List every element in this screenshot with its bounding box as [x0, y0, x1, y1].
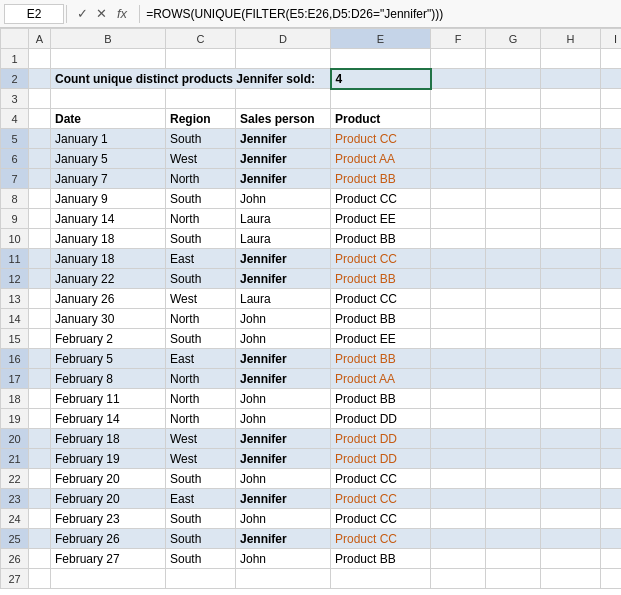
cell-f[interactable]: [431, 309, 486, 329]
cross-icon[interactable]: ✕: [94, 6, 109, 21]
cell-f3[interactable]: [431, 89, 486, 109]
cell-a[interactable]: [29, 189, 51, 209]
cell-f[interactable]: [431, 549, 486, 569]
person-cell[interactable]: Jennifer: [236, 429, 331, 449]
cell-a[interactable]: [29, 369, 51, 389]
date-cell[interactable]: January 18: [51, 249, 166, 269]
cell-h[interactable]: [541, 149, 601, 169]
cell-h[interactable]: [541, 469, 601, 489]
cell-a3[interactable]: [29, 89, 51, 109]
cell-g[interactable]: [486, 409, 541, 429]
person-cell[interactable]: John: [236, 309, 331, 329]
cell-i[interactable]: [601, 369, 622, 389]
date-cell[interactable]: February 23: [51, 509, 166, 529]
cell-h[interactable]: [541, 409, 601, 429]
person-cell[interactable]: John: [236, 469, 331, 489]
date-cell[interactable]: January 26: [51, 289, 166, 309]
product-cell[interactable]: Product BB: [331, 389, 431, 409]
cell-a[interactable]: [29, 329, 51, 349]
cell-i[interactable]: [601, 129, 622, 149]
person-cell[interactable]: Jennifer: [236, 529, 331, 549]
cell-f[interactable]: [431, 289, 486, 309]
cell-g[interactable]: [486, 289, 541, 309]
region-cell[interactable]: North: [166, 409, 236, 429]
region-cell[interactable]: West: [166, 289, 236, 309]
cell-f[interactable]: [431, 129, 486, 149]
person-cell[interactable]: Laura: [236, 289, 331, 309]
cell-i[interactable]: [601, 349, 622, 369]
cell-a[interactable]: [29, 309, 51, 329]
cell-f4[interactable]: [431, 109, 486, 129]
product-cell[interactable]: Product EE: [331, 329, 431, 349]
cell-f[interactable]: [431, 169, 486, 189]
cell-i4[interactable]: [601, 109, 622, 129]
cell-h[interactable]: [541, 349, 601, 369]
cell-f[interactable]: [431, 409, 486, 429]
cell-i[interactable]: [601, 549, 622, 569]
product-cell[interactable]: Product CC: [331, 469, 431, 489]
product-cell[interactable]: Product CC: [331, 129, 431, 149]
cell-i[interactable]: [601, 169, 622, 189]
cell-a[interactable]: [29, 169, 51, 189]
cell-a[interactable]: [29, 469, 51, 489]
cell-h27[interactable]: [541, 569, 601, 589]
cell-i[interactable]: [601, 249, 622, 269]
cell-f[interactable]: [431, 489, 486, 509]
region-cell[interactable]: East: [166, 349, 236, 369]
cell-d1[interactable]: [236, 49, 331, 69]
date-cell[interactable]: January 22: [51, 269, 166, 289]
date-cell[interactable]: February 27: [51, 549, 166, 569]
date-cell[interactable]: January 7: [51, 169, 166, 189]
cell-c1[interactable]: [166, 49, 236, 69]
col-header-h[interactable]: H: [541, 29, 601, 49]
cell-h[interactable]: [541, 229, 601, 249]
cell-i1[interactable]: [601, 49, 622, 69]
cell-a[interactable]: [29, 269, 51, 289]
cell-f2[interactable]: [431, 69, 486, 89]
cell-d3[interactable]: [236, 89, 331, 109]
cell-g27[interactable]: [486, 569, 541, 589]
cell-a[interactable]: [29, 409, 51, 429]
cell-g[interactable]: [486, 149, 541, 169]
cell-h[interactable]: [541, 129, 601, 149]
cell-g[interactable]: [486, 469, 541, 489]
cell-i[interactable]: [601, 329, 622, 349]
cell-f[interactable]: [431, 349, 486, 369]
cell-f[interactable]: [431, 429, 486, 449]
cell-a1[interactable]: [29, 49, 51, 69]
cell-a[interactable]: [29, 489, 51, 509]
region-cell[interactable]: South: [166, 529, 236, 549]
region-cell[interactable]: South: [166, 129, 236, 149]
cell-i27[interactable]: [601, 569, 622, 589]
cell-h[interactable]: [541, 269, 601, 289]
person-cell[interactable]: John: [236, 509, 331, 529]
date-cell[interactable]: February 11: [51, 389, 166, 409]
col-header-e[interactable]: E: [331, 29, 431, 49]
date-cell[interactable]: February 19: [51, 449, 166, 469]
cell-g2[interactable]: [486, 69, 541, 89]
date-cell[interactable]: January 14: [51, 209, 166, 229]
person-cell[interactable]: Jennifer: [236, 169, 331, 189]
person-cell[interactable]: Jennifer: [236, 129, 331, 149]
cell-a[interactable]: [29, 509, 51, 529]
cell-a[interactable]: [29, 249, 51, 269]
date-cell[interactable]: January 1: [51, 129, 166, 149]
region-cell[interactable]: South: [166, 269, 236, 289]
cell-i[interactable]: [601, 209, 622, 229]
cell-f[interactable]: [431, 189, 486, 209]
product-cell[interactable]: Product CC: [331, 509, 431, 529]
product-cell[interactable]: Product BB: [331, 169, 431, 189]
cell-a[interactable]: [29, 429, 51, 449]
cell-g[interactable]: [486, 369, 541, 389]
cell-g4[interactable]: [486, 109, 541, 129]
cell-h1[interactable]: [541, 49, 601, 69]
person-cell[interactable]: Jennifer: [236, 269, 331, 289]
product-cell[interactable]: Product BB: [331, 309, 431, 329]
cell-i3[interactable]: [601, 89, 622, 109]
cell-a[interactable]: [29, 129, 51, 149]
product-cell[interactable]: Product CC: [331, 489, 431, 509]
cell-h[interactable]: [541, 449, 601, 469]
cell-g[interactable]: [486, 209, 541, 229]
cell-h[interactable]: [541, 509, 601, 529]
region-cell[interactable]: South: [166, 189, 236, 209]
